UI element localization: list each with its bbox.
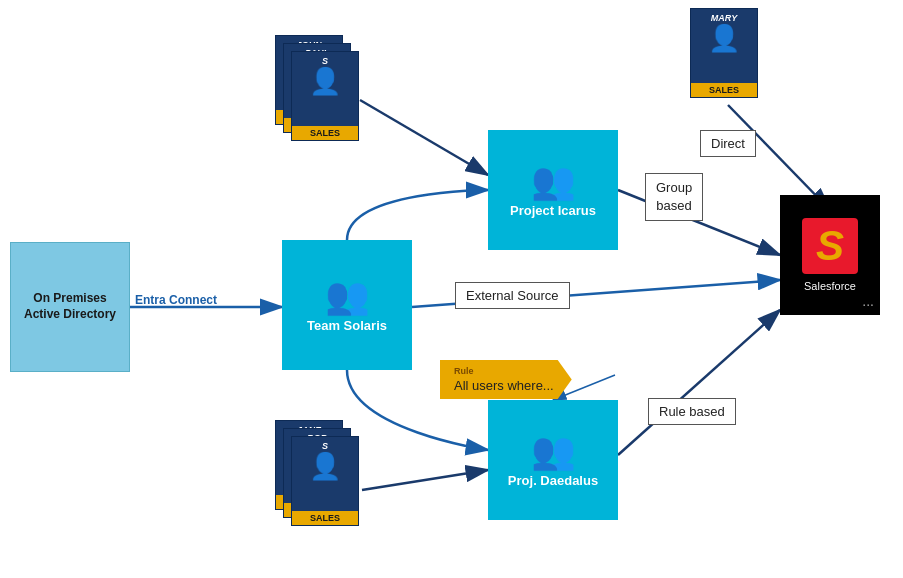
salesforce-logo: S — [802, 218, 858, 274]
team-solaris-label: Team Solaris — [307, 318, 387, 333]
svg-line-8 — [618, 310, 780, 455]
card-s-bottom-name: S — [322, 441, 328, 451]
ad-box-label: On Premises Active Directory — [19, 291, 121, 322]
entra-connect-label: Entra Connect — [135, 293, 217, 307]
group-icon-icarus: 👥 — [531, 163, 576, 199]
proj-daedalus-label: Proj. Daedalus — [508, 473, 598, 488]
group-icon-daedalus: 👥 — [531, 433, 576, 469]
card-s-top-badge: SALES — [292, 126, 358, 140]
direct-label: Direct — [700, 130, 756, 157]
rule-based-label: Rule based — [648, 398, 736, 425]
card-s-bottom-badge: SALES — [292, 511, 358, 525]
svg-line-7 — [362, 470, 488, 490]
salesforce-box: S Salesforce ... — [780, 195, 880, 315]
card-s-top: S 👤 SALES — [291, 51, 359, 141]
person-icon: 👤 — [309, 68, 341, 94]
rule-tag: Rule — [454, 366, 554, 376]
group-based-label: Groupbased — [645, 173, 703, 221]
svg-line-3 — [360, 100, 488, 175]
salesforce-menu-dots[interactable]: ... — [862, 293, 874, 309]
card-s-bottom: S 👤 SALES — [291, 436, 359, 526]
salesforce-label: Salesforce — [804, 280, 856, 292]
mary-card: MARY 👤 SALES — [690, 8, 758, 98]
external-source-label: External Source — [455, 282, 570, 309]
project-icarus-label: Project Icarus — [510, 203, 596, 218]
project-icarus-box: 👥 Project Icarus — [488, 130, 618, 250]
ad-box: On Premises Active Directory — [10, 242, 130, 372]
arrows-layer — [0, 0, 903, 578]
rule-banner: Rule All users where... — [440, 360, 572, 399]
proj-daedalus-box: 👥 Proj. Daedalus — [488, 400, 618, 520]
card-s-top-name: S — [322, 56, 328, 66]
person-icon: 👤 — [309, 453, 341, 479]
person-icon: 👤 — [708, 25, 740, 51]
rule-banner-text: All users where... — [454, 378, 554, 393]
card-mary-badge: SALES — [691, 83, 757, 97]
team-solaris-box: 👥 Team Solaris — [282, 240, 412, 370]
diagram-canvas: On Premises Active Directory Entra Conne… — [0, 0, 903, 578]
card-mary-name: MARY — [711, 13, 737, 23]
group-icon-solaris: 👥 — [325, 278, 370, 314]
card-mary: MARY 👤 SALES — [690, 8, 758, 98]
